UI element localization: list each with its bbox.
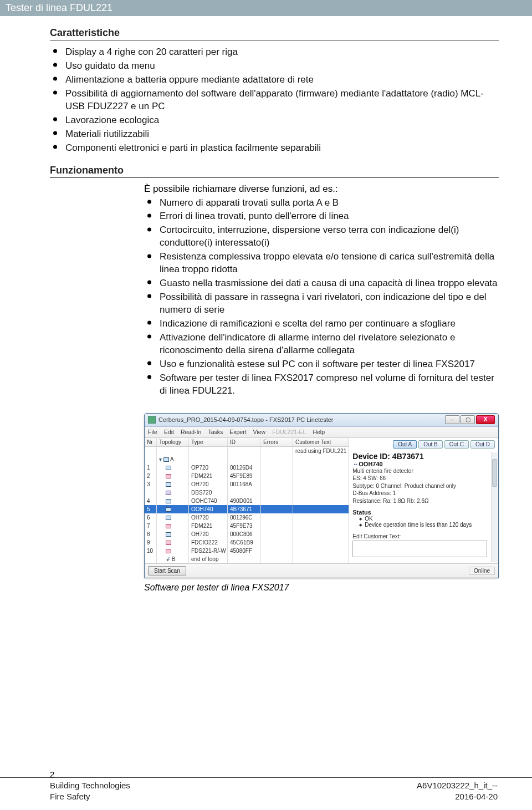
topology-icon bbox=[166, 516, 171, 520]
page-footer: Building Technologies Fire Safety A6V102… bbox=[0, 777, 532, 803]
menubar[interactable]: FileEditRead-InTasksExpertViewFDUL221-EL… bbox=[145, 427, 498, 438]
scrollbar-thumb[interactable] bbox=[492, 459, 497, 487]
edit-customer-text-label: Edit Customer Text: bbox=[352, 533, 487, 539]
topology-icon bbox=[166, 499, 171, 503]
out-tab-out-d[interactable]: Out D bbox=[470, 440, 495, 449]
cust-note: read using FDUL221 bbox=[293, 447, 349, 455]
status-item: Device operation time is less than 120 d… bbox=[359, 522, 487, 528]
list-item: Software per tester di linea FXS2017 com… bbox=[144, 372, 499, 398]
device-id: Device ID: 4B73671 bbox=[352, 452, 487, 461]
device-es-sw: ES: 4 SW: 66 bbox=[352, 475, 487, 482]
out-tab-out-a[interactable]: Out A bbox=[393, 440, 417, 449]
table-row[interactable]: DBS720 bbox=[145, 488, 349, 497]
section-heading-funzionamento: Funzionamento bbox=[50, 165, 499, 178]
window-buttons: – ▢ X bbox=[445, 415, 495, 424]
topology-icon bbox=[166, 507, 171, 512]
th-topology[interactable]: Topology bbox=[157, 438, 189, 446]
device-table-panel: Nr Topology Type ID Errors Customer Text… bbox=[145, 438, 349, 563]
section-heading-caratteristiche: Caratteristiche bbox=[50, 27, 499, 40]
list-item: Resistenza complessiva troppo elevata e/… bbox=[144, 251, 499, 276]
th-customer-text[interactable]: Customer Text bbox=[293, 438, 349, 446]
out-tab-out-c[interactable]: Out C bbox=[444, 440, 469, 449]
list-item: Cortocircuito, interruzione, dispersione… bbox=[144, 224, 499, 249]
content-area: Caratteristiche Display a 4 righe con 20… bbox=[0, 27, 532, 593]
menu-file[interactable]: File bbox=[148, 429, 157, 435]
table-row[interactable]: 2FDM22145F9E89 bbox=[145, 472, 349, 480]
funzionamento-block: È possibile richiamare diverse funzioni,… bbox=[50, 184, 499, 398]
footer-right: A6V10203222_h_it_-- 2016-04-20 bbox=[417, 780, 498, 803]
menu-expert[interactable]: Expert bbox=[229, 429, 246, 435]
list-item: Uso guidato da menu bbox=[50, 60, 499, 73]
page-title-bar: Tester di linea FDUL221 bbox=[0, 0, 532, 16]
footer-left: Building Technologies Fire Safety bbox=[50, 780, 130, 803]
table-row[interactable]: 7FDM22145F9E73 bbox=[145, 522, 349, 530]
list-item: Numero di apparati trovati sulla porta A… bbox=[144, 197, 499, 210]
table-row[interactable]: ▾ A bbox=[145, 455, 349, 463]
table-row[interactable]: 3OH720001168A bbox=[145, 480, 349, 488]
th-nr[interactable]: Nr bbox=[145, 438, 157, 446]
list-item: Componenti elettronici e parti in plasti… bbox=[50, 142, 499, 155]
status-heading: Status bbox=[352, 509, 487, 516]
footer-left-1: Building Technologies bbox=[50, 780, 130, 791]
table-rows: read using FDUL221▾ A1OP72000126D42FDM22… bbox=[145, 447, 349, 563]
th-errors[interactable]: Errors bbox=[261, 438, 293, 446]
th-id[interactable]: ID bbox=[228, 438, 261, 446]
device-dbus: D-Bus Address: 1 bbox=[352, 490, 487, 497]
edit-customer-text-input[interactable] bbox=[352, 541, 487, 557]
table-row[interactable]: read using FDUL221 bbox=[145, 447, 349, 455]
table-row[interactable]: 6OH720001296C bbox=[145, 513, 349, 522]
topology-icon bbox=[166, 466, 171, 470]
scrollbar[interactable] bbox=[491, 452, 498, 562]
device-subtype: Subtype: 0 Channel: Product channel only bbox=[352, 482, 487, 490]
menu-tasks[interactable]: Tasks bbox=[208, 429, 223, 435]
table-header-row: Nr Topology Type ID Errors Customer Text bbox=[145, 438, 349, 447]
device-model: ↔OOH740 bbox=[352, 461, 487, 467]
table-row[interactable]: 1OP72000126D4 bbox=[145, 463, 349, 472]
topology-icon bbox=[163, 457, 169, 462]
page: Tester di linea FDUL221 Caratteristiche … bbox=[0, 0, 532, 810]
list-item: Possibilità di aggiornamento del softwar… bbox=[50, 88, 499, 113]
topology-icon bbox=[166, 482, 171, 487]
window-titlebar[interactable]: Cerberus_PRO_2015-04-09-0754.topo - FXS2… bbox=[145, 414, 498, 427]
list-item: Errori di linea trovati, punto dell'erro… bbox=[144, 210, 499, 223]
detail-content: Device ID: 4B73671 ↔OOH740 Multi criteri… bbox=[352, 452, 495, 558]
footer-right-2: 2016-04-20 bbox=[417, 791, 498, 802]
window-body: Nr Topology Type ID Errors Customer Text… bbox=[145, 438, 498, 563]
window-footer: Start Scan Online bbox=[145, 563, 498, 578]
topology-icon bbox=[166, 491, 171, 495]
minimize-button[interactable]: – bbox=[445, 415, 459, 424]
topology-icon bbox=[166, 549, 171, 553]
list-item: Possibilità di passare in rassegna i var… bbox=[144, 291, 499, 317]
table-row[interactable]: 4OOHC740490D001 bbox=[145, 497, 349, 505]
menu-fdul221-el[interactable]: FDUL221-EL bbox=[272, 429, 306, 435]
out-tab-out-b[interactable]: Out B bbox=[418, 440, 443, 449]
list-item: Lavorazione ecologica bbox=[50, 114, 499, 127]
footer-left-2: Fire Safety bbox=[50, 791, 130, 802]
device-desc: Multi criteria fire detector bbox=[352, 467, 487, 475]
status-online: Online bbox=[469, 567, 495, 575]
list-item: Uso e funzionalità estese sul PC con il … bbox=[144, 358, 499, 371]
table-row[interactable]: 9FDCIO22245C61B9 bbox=[145, 538, 349, 547]
menu-view[interactable]: View bbox=[253, 429, 266, 435]
topology-icon bbox=[166, 532, 171, 537]
table-row[interactable]: 8OH720000C806 bbox=[145, 530, 349, 538]
start-scan-button[interactable]: Start Scan bbox=[148, 566, 186, 575]
list-item: Alimentazione a batteria oppure mediante… bbox=[50, 74, 499, 86]
menu-edit[interactable]: Edit bbox=[164, 429, 174, 435]
close-button[interactable]: X bbox=[476, 415, 495, 424]
device-resistance: Resistance: Ra: 1.8Ω Rb: 2.6Ω bbox=[352, 497, 487, 505]
maximize-button[interactable]: ▢ bbox=[461, 415, 475, 424]
topology-icon bbox=[166, 524, 171, 528]
status-list: OKDevice operation time is less than 120… bbox=[359, 516, 487, 528]
window-title: Cerberus_PRO_2015-04-09-0754.topo - FXS2… bbox=[158, 416, 445, 423]
table-row[interactable]: ↲ Bend of loop bbox=[145, 555, 349, 563]
menu-help[interactable]: Help bbox=[313, 429, 325, 435]
table-row[interactable]: 10FDS221-R/-W45080FF bbox=[145, 547, 349, 555]
screenshot-caption: Software per tester di linea FXS2017 bbox=[144, 583, 499, 593]
th-type[interactable]: Type bbox=[189, 438, 228, 446]
menu-read-in[interactable]: Read-In bbox=[181, 429, 201, 435]
app-icon bbox=[148, 416, 156, 424]
detail-panel: Out AOut BOut COut D Device ID: 4B73671 … bbox=[349, 438, 498, 563]
table-row[interactable]: 5OOH7404B73671 bbox=[145, 505, 349, 513]
status-item: OK bbox=[359, 516, 487, 522]
